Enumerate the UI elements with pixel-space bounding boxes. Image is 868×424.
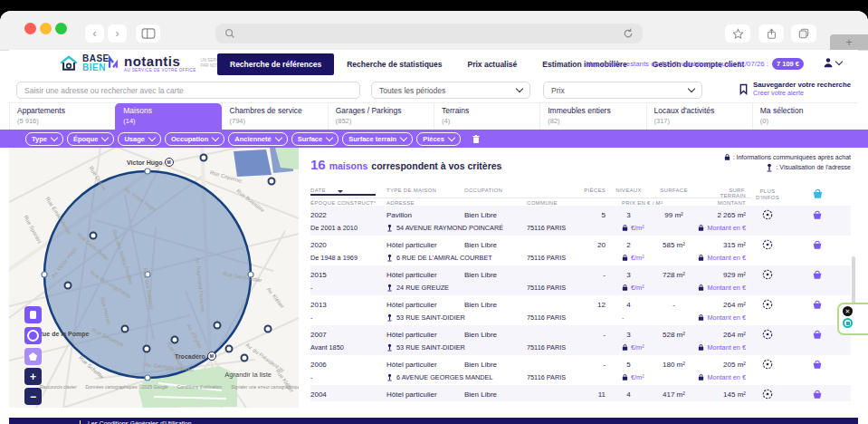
cell-adresse: 54 AVENUE RAYMOND POINCARÉ — [386, 222, 527, 234]
filter-chip-usage[interactable]: Usage — [118, 132, 161, 146]
nav-item-2[interactable]: Recherche de statistiques — [334, 53, 454, 75]
table-row[interactable]: 2020Hôtel particulierBien Libre202585 m²… — [310, 236, 851, 265]
col-surface[interactable]: SURFACE — [652, 186, 701, 198]
new-tab-button[interactable]: + — [830, 34, 868, 50]
nav-item-3[interactable]: Prix actualisé — [454, 53, 529, 75]
tab-locaux-d-activit-s[interactable]: Locaux d'activités(317) — [646, 103, 752, 130]
plus-infos-icon[interactable] — [751, 207, 789, 222]
basebien-logo[interactable]: BASEBIEN — [59, 54, 110, 72]
notantis-n-icon — [107, 55, 119, 70]
plus-infos-icon[interactable] — [751, 297, 789, 312]
close-window-button[interactable] — [24, 23, 36, 34]
cell-occupation: Bien Libre — [464, 269, 575, 281]
row-line-1: 2006Hôtel particulierBien Libre-5180 m²2… — [310, 357, 851, 371]
add-to-cart-icon[interactable] — [789, 208, 851, 222]
col-terrain[interactable]: SURF. TERRAIN — [701, 186, 751, 198]
row-spacer — [751, 226, 851, 230]
forward-button[interactable]: › — [108, 24, 127, 43]
col-type[interactable]: TYPE DE MAISON — [386, 186, 464, 198]
filter-chip-pi-ces[interactable]: Pièces — [416, 132, 461, 146]
extension-widget[interactable]: ✕ — [837, 303, 868, 335]
back-button[interactable]: ‹ — [85, 24, 104, 43]
cell-adresse: 53 RUE SAINT-DIDIER — [386, 312, 527, 323]
address-pin-icon — [386, 284, 393, 292]
attribution-item[interactable]: Signaler une erreur cartographique — [231, 384, 299, 390]
filter-chip-surface[interactable]: Surface — [291, 132, 339, 146]
map-square-tool-button[interactable] — [24, 306, 42, 323]
add-to-cart-icon[interactable] — [789, 268, 851, 282]
filter-trash-icon[interactable] — [472, 134, 481, 144]
credits-info: Mes crédits restants en € H.T. valables … — [586, 58, 804, 70]
filter-chip-type[interactable]: Type — [25, 132, 63, 146]
filter-chip-occupation[interactable]: Occupation — [165, 132, 224, 146]
plus-infos-icon[interactable] — [751, 237, 789, 252]
map-panel[interactable]: Rue CopernicRue BoissièreAv. Victor Hugo… — [9, 148, 299, 408]
close-icon[interactable]: ✕ — [843, 306, 853, 316]
cell-epoque: - — [310, 371, 386, 383]
cell-pieces: 5 — [575, 209, 611, 221]
save-search[interactable]: Sauvegarder votre rechercheCréer votre a… — [739, 81, 851, 97]
date-sort-indicator[interactable] — [310, 194, 376, 196]
plus-infos-icon[interactable] — [751, 387, 789, 401]
tab-ma-s-lection[interactable]: Ma sélection(0) — [752, 103, 858, 130]
lock-icon — [698, 224, 704, 232]
bookmarks-star-icon[interactable] — [725, 24, 750, 43]
tab-immeubles-entiers[interactable]: Immeubles entiers(82) — [539, 103, 645, 130]
minimize-window-button[interactable] — [40, 23, 52, 34]
row-line-2: Avant 185053 RUE SAINT-DIDIER75116 PARIS… — [310, 342, 851, 353]
cell-niveaux: 4 — [611, 299, 652, 311]
attribution-item[interactable]: Raccourcis clavier — [40, 384, 77, 390]
zoom-window-button[interactable] — [55, 23, 67, 34]
account-menu[interactable] — [823, 57, 842, 68]
expand-list-link[interactable]: Agrandir la liste — [224, 371, 272, 379]
table-row[interactable]: 2004Hôtel particulierBien Libre114417 m²… — [310, 385, 851, 401]
address-bar[interactable] — [215, 24, 643, 43]
tab-overview-icon[interactable] — [791, 24, 816, 43]
chevron-down-icon — [448, 134, 455, 141]
map-attribution: Raccourcis clavierDonnées cartographique… — [40, 384, 299, 390]
tab-chambres-de-service[interactable]: Chambres de service(794) — [222, 103, 328, 130]
extension-icon[interactable] — [843, 318, 853, 328]
terms-link[interactable]: Les Conditions Générales d'Utilisation — [88, 420, 192, 424]
plus-infos-icon[interactable] — [751, 267, 789, 282]
attribution-item[interactable]: Conditions d'utilisation — [177, 384, 223, 390]
share-icon[interactable] — [758, 24, 784, 43]
table-row[interactable]: 2015Hôtel particulierBien Libre-3728 m²9… — [310, 265, 851, 295]
price-dropdown[interactable]: Prix — [543, 82, 702, 99]
plus-infos-icon[interactable] — [751, 357, 789, 371]
add-to-cart-icon[interactable] — [789, 388, 851, 401]
tab-terrains[interactable]: Terrains(4) — [434, 103, 539, 130]
reload-icon[interactable] — [623, 28, 634, 39]
tab-count: (14) — [123, 117, 221, 125]
col-occupation[interactable]: OCCUPATION — [464, 186, 575, 198]
filter-chip-surface-terrain[interactable]: Surface terrain — [342, 132, 413, 146]
add-to-cart-icon[interactable] — [789, 238, 851, 252]
nav-item-1[interactable]: Recherche de références — [217, 53, 334, 75]
col-niveaux[interactable]: NIVEAUX — [611, 186, 652, 198]
col-pieces[interactable]: PIÈCES — [575, 186, 611, 198]
tab-count: (5 916) — [17, 117, 115, 125]
table-row[interactable]: 2007Hôtel particulierBien Libre-3528 m²2… — [310, 325, 851, 355]
row-line-2: De 1948 à 19696 RUE DE L'AMIRAL COURBET7… — [310, 252, 851, 264]
filter-chip-anciennet-[interactable]: Ancienneté — [228, 132, 287, 146]
add-to-cart-icon[interactable] — [789, 358, 851, 371]
col-date[interactable]: DATE — [310, 186, 386, 198]
map-circle-tool-button[interactable] — [24, 327, 42, 344]
locked-amount-label: Montant en € — [707, 254, 746, 262]
address-search-input[interactable]: Saisir une adresse ou rechercher avec la… — [16, 82, 360, 99]
map-polygon-tool-button[interactable] — [24, 348, 42, 365]
sidebar-icon[interactable] — [136, 24, 160, 43]
table-row[interactable]: 2006Hôtel particulierBien Libre-5180 m²2… — [310, 355, 851, 385]
filter-chip--poque[interactable]: Époque — [67, 132, 115, 146]
table-row[interactable]: 2022PavillonBien Libre5399 m²2 265 m²De … — [310, 206, 851, 236]
attribution-item[interactable]: Données cartographiques ©2025 Google — [86, 384, 168, 390]
tab-garages-parkings[interactable]: Garages / Parkings(852) — [328, 103, 434, 130]
header-cart-icon[interactable] — [789, 187, 851, 198]
plus-infos-icon[interactable] — [751, 327, 789, 342]
table-row[interactable]: 2013Hôtel particulierBien Libre124-264 m… — [310, 295, 851, 325]
map-zoom-in-button[interactable]: + — [24, 368, 42, 385]
tab-appartements[interactable]: Appartements(5 916) — [9, 103, 115, 130]
tab-maisons[interactable]: Maisons(14) — [115, 103, 221, 130]
map-zoom-out-button[interactable]: − — [24, 388, 42, 405]
periods-dropdown[interactable]: Toutes les périodes — [371, 82, 530, 99]
